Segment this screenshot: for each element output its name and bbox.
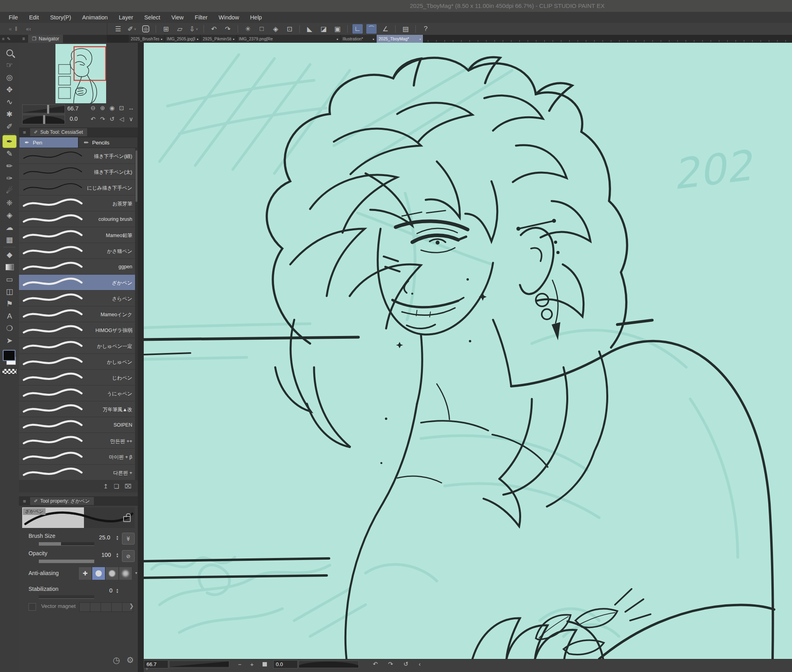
opacity-stepper[interactable]: ▴▾ (116, 552, 118, 558)
reset-view-icon[interactable]: ↺ (404, 661, 409, 668)
clear-selection-icon[interactable]: ◈ (270, 24, 281, 34)
aa-medium-button[interactable] (105, 567, 119, 580)
brush-row[interactable]: かしゅペン (19, 354, 138, 370)
marker-tool-icon[interactable]: ✑ (3, 172, 16, 184)
rotate-left-icon[interactable]: ↶ (373, 661, 378, 668)
eyedropper-tool-icon[interactable]: ✐ (3, 120, 16, 133)
auto-select-tool-icon[interactable]: ✱ (3, 108, 16, 120)
brush-row[interactable]: にじみ描き下手ペン (19, 180, 138, 196)
selection-fill-icon[interactable]: ◪ (318, 24, 329, 34)
rotate-right-icon[interactable]: ↷ (388, 661, 393, 668)
brush-row[interactable]: ざかペン (19, 275, 138, 290)
pencil-tool-icon[interactable]: ✎ (3, 148, 16, 160)
main-menu-icon[interactable]: ☰ (113, 24, 123, 34)
snap-to-grid-icon[interactable]: ∠ (380, 24, 390, 34)
redo-icon[interactable]: ↷ (223, 24, 233, 34)
collapse-chevron-icon[interactable]: ‹ (29, 26, 31, 32)
status-zoom-value[interactable]: 66.7 (144, 660, 168, 668)
text-tool-icon[interactable]: A (3, 310, 16, 322)
tool-strip-separator[interactable] (4, 247, 15, 247)
brush-row[interactable]: 万年筆風▲改 (19, 401, 138, 417)
stabilization-value[interactable]: 0 (109, 587, 112, 594)
toolbar-separator[interactable] (395, 25, 396, 33)
panel-menu-icon[interactable]: ≡ (23, 129, 26, 135)
selection-line-icon[interactable]: ◣ (305, 24, 315, 34)
panel-menu-icon[interactable]: ≡ (23, 498, 26, 504)
help-icon[interactable]: ? (421, 24, 431, 34)
companion-mode-icon[interactable]: ▤ (400, 24, 411, 34)
settings-wrench-icon[interactable]: ⚙ (126, 655, 134, 665)
stroke-style-icon[interactable]: ✐ (127, 24, 137, 34)
vector-magnet-option[interactable] (79, 602, 90, 612)
brush-row[interactable]: HIMOGザラ強弱 (19, 322, 138, 338)
undo-icon[interactable]: ↶ (209, 24, 219, 34)
brush-row[interactable]: SOIPEN (19, 417, 138, 433)
deselect-icon[interactable]: □ (257, 24, 267, 34)
document-tab[interactable]: IMG_2505.jpg[Re ● (165, 35, 201, 43)
menu-item[interactable]: Story(P) (44, 14, 76, 21)
flip-horizontal-icon[interactable]: ◁ (117, 116, 126, 123)
toolbar-separator[interactable] (347, 25, 348, 33)
zoom-tool-icon[interactable] (3, 47, 16, 59)
brush-row[interactable]: かしゅペン一定 (19, 338, 138, 354)
navigator-rotation-slider[interactable] (22, 115, 65, 124)
sub-tool-group-tab[interactable]: ✒ Pen (19, 137, 78, 148)
liquify-tool-icon[interactable]: ▦ (3, 233, 16, 246)
timelapse-icon[interactable]: ◷ (113, 655, 120, 665)
brush-row[interactable]: 만든펜 ++ (19, 433, 138, 449)
zoom-in-icon[interactable]: + (250, 661, 254, 668)
menu-item[interactable]: Help (245, 14, 268, 21)
document-tab[interactable]: 2025_TboyMag* ● (377, 35, 423, 43)
unlock-icon[interactable] (123, 516, 131, 522)
brush-row[interactable]: じわペン (19, 370, 138, 385)
tab-navigator[interactable]: ❐ Navigator (28, 35, 63, 43)
vector-magnet-option[interactable] (111, 602, 122, 612)
fit-width-icon[interactable]: ↔ (127, 104, 135, 111)
tool-strip-separator[interactable] (4, 134, 15, 134)
brush-row[interactable]: お茶芽筆 (19, 196, 138, 211)
airbrush-tool-icon[interactable]: ☄ (3, 184, 16, 197)
brush-size-value[interactable]: 25.0 (99, 534, 110, 541)
processing-icon[interactable]: ✳ (243, 24, 253, 34)
save-icon[interactable]: ⇩ (188, 24, 199, 34)
brush-size-stepper[interactable]: ▴▾ (116, 535, 118, 541)
opacity-effect-button[interactable]: ⊘ (122, 550, 135, 562)
frame-border-tool-icon[interactable]: ◫ (3, 285, 16, 298)
panel-menu-icon[interactable]: ≡ (2, 36, 4, 41)
brush-tool-icon[interactable]: ✏ (3, 160, 16, 172)
delete-sub-tool-icon[interactable]: ⌧ (125, 483, 131, 490)
brush-size-slider[interactable] (39, 542, 94, 546)
toolbar-separator[interactable] (156, 25, 156, 33)
navigator-thumbnail[interactable] (55, 44, 106, 103)
brush-row[interactable]: Mameoインク (19, 306, 138, 322)
menu-item[interactable]: File (3, 14, 23, 21)
opacity-value[interactable]: 100 (101, 552, 111, 558)
flip-options-icon[interactable]: ∨ (127, 116, 135, 123)
vector-magnet-option[interactable] (90, 602, 101, 612)
actual-size-icon[interactable]: ◉ (108, 104, 116, 112)
status-rotation-slider[interactable] (299, 661, 359, 668)
canvas[interactable]: 202 (144, 43, 792, 659)
brush-row[interactable]: 描き下手ペン(太) (19, 164, 138, 180)
toolbar-separator[interactable] (415, 25, 416, 33)
brush-row[interactable]: ggpen (19, 259, 138, 275)
figure-tool-icon[interactable]: ▭ (3, 273, 16, 285)
status-zoom-slider[interactable] (169, 661, 229, 668)
toolbar-separator[interactable] (299, 25, 300, 33)
document-tab[interactable]: 2925_PikminStick ● (201, 35, 237, 43)
selection-border-icon[interactable]: ▣ (332, 24, 343, 34)
import-sub-tool-icon[interactable]: ↥ (103, 483, 109, 490)
menu-item[interactable]: Animation (77, 14, 113, 21)
document-tab[interactable]: 2025_BrushTestin ● (129, 35, 165, 43)
stabilization-slider[interactable] (39, 595, 94, 599)
decoration-tool-icon[interactable]: ❈ (3, 197, 16, 209)
tab-sub-tool[interactable]: ✐ Sub Tool: CessiaSet (30, 128, 87, 136)
aa-weak-button[interactable] (92, 567, 105, 580)
operation-tool-icon[interactable]: ◎ (3, 71, 16, 84)
balloon-tool-icon[interactable]: ❍ (3, 322, 16, 334)
toolbar-separator[interactable] (238, 25, 238, 33)
brush-row[interactable]: 描き下手ペン(細) (19, 148, 138, 164)
scale-rotate-icon[interactable]: ⊡ (284, 24, 295, 34)
snap-to-special-ruler-icon[interactable]: ⌒ (366, 24, 377, 34)
snap-to-ruler-icon[interactable]: ∟ (352, 24, 363, 34)
